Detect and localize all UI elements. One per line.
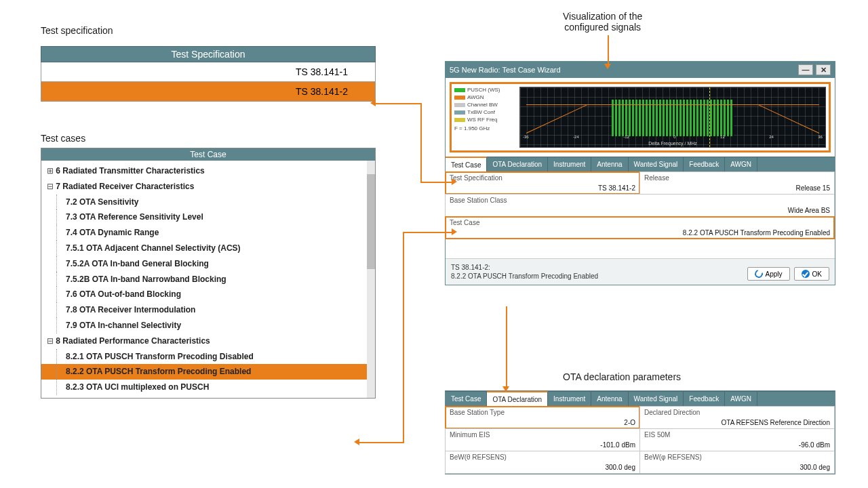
tab-test-case[interactable]: Test Case	[446, 157, 487, 172]
tab-instrument[interactable]: Instrument	[548, 157, 591, 172]
legend-item: PUSCH (WS)	[454, 87, 517, 93]
field-bew-theta[interactable]: BeW(θ REFSENS)300.0 deg	[445, 451, 640, 474]
test-case-wizard-window: 5G New Radio: Test Case Wizard — ✕ PUSCH…	[445, 61, 835, 285]
arrow-right-icon	[452, 178, 457, 185]
heading-cases: Test cases	[41, 133, 85, 144]
field-bew-phi[interactable]: BeW(φ REFSENS)300.0 deg	[639, 451, 835, 474]
tab-ota-declaration[interactable]: OTA Declaration	[487, 157, 548, 172]
tab-awgn[interactable]: AWGN	[725, 157, 757, 172]
tab-test-case[interactable]: Test Case	[446, 392, 487, 407]
viz-legend: PUSCH (WS)AWGNChannel BWTxBW ConfWS RF F…	[454, 87, 517, 148]
legend-item: WS RF Freq	[454, 117, 517, 123]
tree-group[interactable]: ⊟ 7 Radiated Receiver Characteristics	[41, 179, 375, 195]
ota-tabs: Test CaseOTA DeclarationInstrumentAntenn…	[446, 391, 835, 407]
x-axis-label: Delta Frequency / MHz	[520, 141, 825, 146]
tree-item[interactable]: 8.2.3 OTA UCI multiplexed on PUSCH	[41, 380, 375, 395]
wizard-title: 5G New Radio: Test Case Wizard	[450, 66, 561, 74]
connector	[403, 232, 404, 443]
footer-note-line1: TS 38.141-2:	[451, 263, 598, 272]
signal-visualization: PUSCH (WS)AWGNChannel BWTxBW ConfWS RF F…	[450, 82, 831, 152]
field-test-specification[interactable]: Test Specification TS 38.141-2	[445, 171, 640, 195]
field-base-station-class[interactable]: Base Station Class Wide Area BS	[445, 194, 835, 217]
tab-antenna[interactable]: Antenna	[591, 157, 628, 172]
field-minimum-eis[interactable]: Minimum EIS-101.0 dBm	[445, 428, 640, 451]
tree-group[interactable]: ⊟ 8 Radiated Performance Characteristics	[41, 333, 375, 349]
ok-button[interactable]: OK	[794, 267, 829, 281]
tab-wanted-signal[interactable]: Wanted Signal	[629, 392, 684, 407]
tree-group[interactable]: ⊞ 6 Radiated Transmitter Characteristics	[41, 163, 375, 179]
refresh-icon	[753, 268, 764, 279]
tab-ota-declaration[interactable]: OTA Declaration	[487, 391, 548, 407]
tree-item[interactable]: 7.6 OTA Out-of-band Blocking	[41, 287, 375, 302]
field-test-case[interactable]: Test Case 8.2.2 OTA PUSCH Transform Prec…	[445, 216, 835, 239]
tree-item[interactable]: 7.5.1 OTA Adjacent Channel Selectivity (…	[41, 241, 375, 256]
connector	[420, 182, 453, 183]
connector	[359, 442, 404, 443]
minimize-button[interactable]: —	[798, 64, 813, 75]
ota-declaration-panel: Test CaseOTA DeclarationInstrumentAntenn…	[445, 390, 835, 474]
tree-item[interactable]: 7.3 OTA Reference Sensitivity Level	[41, 209, 375, 225]
arrow-down-icon	[502, 386, 509, 392]
arrow-right-icon	[452, 228, 457, 235]
arrow-left-icon	[370, 100, 376, 106]
wizard-tabs: Test CaseOTA DeclarationInstrumentAntenn…	[446, 157, 835, 172]
spec-row[interactable]: TS 38.141-2	[41, 82, 376, 102]
arrow-left-icon	[354, 439, 359, 445]
field-release[interactable]: Release Release 15	[639, 171, 835, 195]
legend-item: TxBW Conf	[454, 109, 517, 115]
tree-item[interactable]: 8.2.1 OTA PUSCH Transform Precoding Disa…	[41, 349, 375, 365]
legend-item: AWGN	[454, 94, 517, 100]
tree-item[interactable]: 7.9 OTA In-channel Selectivity	[41, 318, 375, 333]
tree-item[interactable]: 8.2.2 OTA PUSCH Transform Precoding Enab…	[41, 364, 375, 380]
freq-note: F = 1.950 GHz	[454, 125, 517, 131]
check-icon	[802, 270, 810, 278]
connector	[420, 103, 422, 183]
field-base-station-type[interactable]: Base Station Type2-O	[445, 406, 640, 429]
spectrum-plot: -36-24-120122436 Delta Frequency / MHz	[519, 87, 826, 148]
tree-item[interactable]: 7.4 OTA Dynamic Range	[41, 225, 375, 241]
field-eis-50m[interactable]: EIS 50M-96.0 dBm	[639, 428, 835, 451]
connector	[376, 103, 422, 104]
tab-instrument[interactable]: Instrument	[548, 392, 591, 407]
connector	[403, 232, 453, 233]
heading-spec: Test specification	[41, 25, 113, 36]
connector	[506, 306, 507, 388]
footer-note-line2: 8.2.2 OTA PUSCH Transform Precoding Enab…	[451, 272, 598, 281]
tab-feedback[interactable]: Feedback	[684, 157, 725, 172]
tree-item[interactable]: 7.5.2B OTA In-band Narrowband Blocking	[41, 272, 375, 287]
test-cases-tree[interactable]: ⊞ 6 Radiated Transmitter Characteristics…	[41, 161, 375, 398]
spec-row[interactable]: TS 38.141-1	[41, 62, 376, 82]
tree-item[interactable]: 7.8 OTA Receiver Intermodulation	[41, 302, 375, 318]
arrow-down-icon	[604, 64, 611, 69]
close-button[interactable]: ✕	[816, 64, 831, 75]
tab-feedback[interactable]: Feedback	[684, 392, 725, 407]
wizard-titlebar[interactable]: 5G New Radio: Test Case Wizard — ✕	[446, 62, 835, 78]
tree-item[interactable]: 7.2 OTA Sensitivity	[41, 195, 375, 210]
test-specification-panel: Test Specification TS 38.141-1TS 38.141-…	[41, 46, 376, 102]
scrollbar-thumb[interactable]	[367, 174, 375, 269]
tab-wanted-signal[interactable]: Wanted Signal	[629, 157, 684, 172]
tab-antenna[interactable]: Antenna	[591, 392, 628, 407]
legend-item: Channel BW	[454, 102, 517, 108]
connector	[608, 35, 609, 65]
heading-ota: OTA declaration parameters	[563, 371, 681, 382]
field-declared-direction[interactable]: Declared DirectionOTA REFSENS Reference …	[639, 406, 835, 429]
scrollbar[interactable]	[367, 161, 375, 398]
test-cases-header: Test Case	[41, 148, 375, 161]
tree-item[interactable]: 7.5.2A OTA In-band General Blocking	[41, 256, 375, 272]
tab-awgn[interactable]: AWGN	[725, 392, 757, 407]
wizard-footer: TS 38.141-2: 8.2.2 OTA PUSCH Transform P…	[446, 258, 835, 285]
test-specification-header: Test Specification	[41, 46, 376, 62]
heading-viz: Visualization of the configured signals	[563, 11, 642, 33]
apply-button[interactable]: Apply	[747, 267, 790, 281]
test-cases-panel: Test Case ⊞ 6 Radiated Transmitter Chara…	[41, 148, 376, 399]
